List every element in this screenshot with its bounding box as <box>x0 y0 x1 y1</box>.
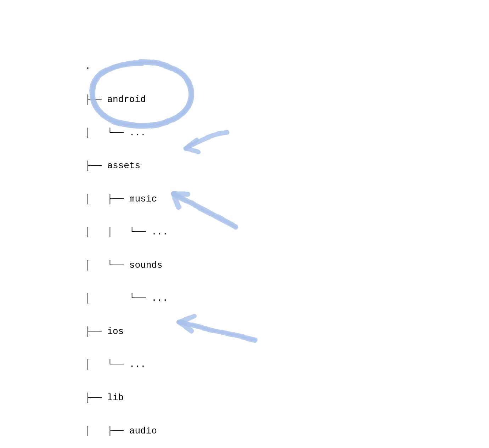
tree-line: │ │ └── ... <box>85 227 268 238</box>
tree-line: │ └── ... <box>85 293 268 304</box>
directory-tree: . ├── android │ └── ... ├── assets │ ├──… <box>85 39 268 448</box>
tree-line: │ ├── music <box>85 194 268 205</box>
tree-line: │ └── sounds <box>85 260 268 271</box>
tree-line: │ └── ... <box>85 127 268 138</box>
tree-line: │ ├── audio <box>85 426 268 437</box>
tree-line: ├── ios <box>85 326 268 337</box>
tree-line: . <box>85 61 268 72</box>
tree-line: │ └── ... <box>85 359 268 370</box>
tree-line: ├── lib <box>85 392 268 403</box>
tree-line: ├── assets <box>85 160 268 171</box>
tree-line: ├── android <box>85 94 268 105</box>
